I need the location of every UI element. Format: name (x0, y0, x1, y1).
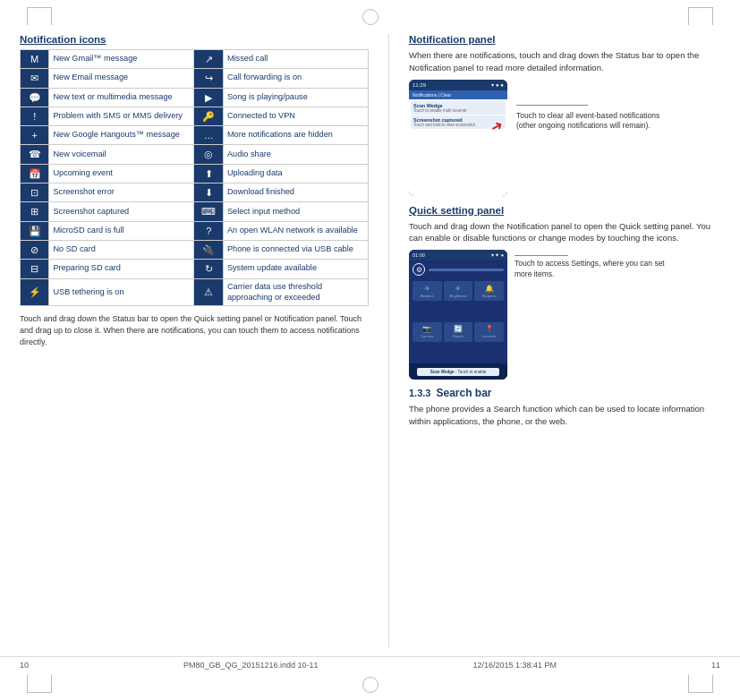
left-icon-cell: M (21, 50, 49, 69)
quick-time: 01:00 (413, 252, 425, 258)
right-icon-cell: ? (194, 221, 223, 240)
right-page-number: 11 (711, 661, 720, 670)
quick-grid-location[interactable]: 📍 Location (474, 322, 504, 342)
settings-gear-icon[interactable]: ⚙ (413, 263, 425, 276)
table-row: ⊞ Screenshot captured ⌨ Select input met… (21, 202, 369, 221)
quick-header: 01:00 ▾ ✦ ● (409, 250, 507, 260)
quick-bottom-bar: Scan Wedge - Touch to enable (409, 363, 507, 380)
phone-mockup-inner: 11:29 ▾ ● ● Notifications | Clear Scan W… (409, 80, 507, 196)
quick-mockup: 01:00 ▾ ✦ ● ⚙ (409, 250, 507, 380)
right-icon-cell: 🔑 (194, 107, 223, 125)
table-row: ! Problem with SMS or MMS delivery 🔑 Con… (21, 107, 369, 125)
left-icon-cell: ! (21, 107, 49, 125)
right-icon-cell: ⌨ (194, 202, 223, 221)
right-label-cell: Phone is connected via USB cable (223, 240, 368, 259)
left-page-number: 10 (20, 661, 29, 670)
left-icon-cell: ✉ (21, 69, 49, 88)
bottom-right-mark (688, 675, 713, 693)
camera-icon: 📷 (422, 325, 431, 333)
quick-setting-annotation-text: Touch to access Settings, where you can … (515, 259, 665, 277)
brightness-slider[interactable] (429, 269, 504, 271)
quick-setting-section: Quick setting panel Touch and drag down … (409, 205, 720, 380)
left-column: Notification icons M New Gmail™ message … (20, 34, 369, 647)
column-divider (388, 34, 389, 647)
search-bar-body: The phone provides a Search function whi… (409, 403, 720, 428)
bottom-center-circle (362, 677, 379, 693)
quick-setting-body: Touch and drag down the Notification pan… (409, 220, 720, 245)
right-icon-cell: ⬆ (194, 164, 223, 183)
phone-screenshot-container: 11:29 ▾ ● ● Notifications | Clear Scan W… (409, 80, 720, 196)
search-bar-title: Search bar (436, 387, 491, 399)
right-label-cell: Select input method (223, 202, 368, 221)
table-row: + New Google Hangouts™ message … More no… (21, 126, 369, 145)
left-label-cell: USB tethering is on (49, 278, 194, 306)
left-icon-cell: ⊞ (21, 202, 49, 221)
right-label-cell: Carrier data use threshold approaching o… (223, 278, 368, 306)
left-label-cell: Problem with SMS or MMS delivery (49, 107, 194, 125)
location-icon: 📍 (485, 325, 494, 333)
footer-filename: PM80_GB_QG_20151216.indd 10-11 (183, 661, 319, 670)
quick-panel-container: 01:00 ▾ ✦ ● ⚙ (409, 250, 720, 380)
table-row: ✉ New Email message ↪ Call forwarding is… (21, 69, 369, 88)
table-row: ☎ New voicemail ◎ Audio share (21, 145, 369, 164)
right-label-cell: Audio share (223, 145, 368, 164)
left-icon-cell: ⚡ (21, 278, 49, 306)
search-section-num: 1.3.3 (409, 388, 430, 398)
camera-label: Camera (421, 334, 433, 338)
brightness-label: Brightness (450, 294, 467, 298)
right-label-cell: Connected to VPN (223, 107, 368, 125)
right-icon-cell: ↗ (194, 50, 223, 69)
top-left-mark (27, 7, 52, 25)
right-label-cell: Missed call (223, 50, 368, 69)
quick-grid-camera[interactable]: 📷 Camera (413, 322, 442, 342)
top-right-mark (688, 7, 713, 25)
right-label-cell: An open WLAN network is available (223, 221, 368, 240)
table-row: ⚡ USB tethering is on ⚠ Carrier data use… (21, 278, 369, 306)
left-icon-cell: + (21, 126, 49, 145)
phone-status-bar: 11:29 ▾ ● ● (409, 80, 507, 90)
ringtone-icon: 🔔 (485, 285, 494, 293)
left-icon-cell: ⊘ (21, 240, 49, 259)
right-label-cell: More notifications are hidden (223, 126, 368, 145)
table-row: ⊟ Preparing SD card ↻ System update avai… (21, 260, 369, 278)
right-icon-cell: … (194, 126, 223, 145)
main-content: Notification icons M New Gmail™ message … (0, 29, 740, 656)
left-icon-cell: 💬 (21, 88, 49, 107)
bottom-left-mark (27, 675, 52, 693)
phone-mockup-notif: 11:29 ▾ ● ● Notifications | Clear Scan W… (409, 80, 507, 196)
right-column: Notification panel When there are notifi… (409, 34, 720, 647)
notification-icons-table: M New Gmail™ message ↗ Missed call ✉ New… (20, 49, 369, 306)
status-bar-icons: ▾ ● ● (491, 81, 504, 88)
top-center-mark (362, 7, 379, 25)
quick-grid-rotate[interactable]: 🔄 Rotate (444, 322, 473, 342)
search-bar-heading: 1.3.3 Search bar (409, 387, 720, 399)
left-label-cell: MicroSD card is full (49, 221, 194, 240)
left-icon-cell: ⊡ (21, 184, 49, 202)
left-label-cell: Upcoming event (49, 164, 194, 183)
left-label-cell: No SD card (49, 240, 194, 259)
table-row: 💾 MicroSD card is full ? An open WLAN ne… (21, 221, 369, 240)
brightness-icon: ☀ (455, 285, 461, 293)
right-icon-cell: 🔌 (194, 240, 223, 259)
quick-grid-ringtone[interactable]: 🔔 Ringtone (474, 281, 504, 301)
right-label-cell: Download finished (223, 184, 368, 202)
page-container: Notification icons M New Gmail™ message … (0, 0, 740, 700)
right-label-cell: System update available (223, 260, 368, 278)
notif-panel-annotation-text: Touch to clear all event-based notificat… (516, 111, 668, 132)
right-icon-cell: ⬇ (194, 184, 223, 202)
quick-grid-brightness[interactable]: ☀ Brightness (444, 281, 473, 301)
left-icon-cell: ☎ (21, 145, 49, 164)
left-label-cell: New Gmail™ message (49, 50, 194, 69)
bottom-center-mark (362, 675, 379, 693)
location-label: Location (482, 334, 496, 338)
notif-panel-body: When there are notifications, touch and … (409, 49, 720, 74)
quick-grid-airplane[interactable]: ✈ Airplane (413, 281, 442, 301)
quick-mockup-inner: 01:00 ▾ ✦ ● ⚙ (409, 250, 507, 380)
search-bar-section: 1.3.3 Search bar The phone provides a Se… (409, 387, 720, 428)
notif-panel-annotation: Touch to clear all event-based notificat… (516, 80, 668, 132)
airplane-icon: ✈ (424, 285, 430, 293)
notif-items: Scan Wedge Touch to enable multi scanner… (409, 99, 507, 196)
left-label-cell: New text or multimedia message (49, 88, 194, 107)
page-footer: 10 PM80_GB_QG_20151216.indd 10-11 12/16/… (0, 656, 740, 675)
notif-panel-label: Notifications | Clear (413, 92, 451, 98)
